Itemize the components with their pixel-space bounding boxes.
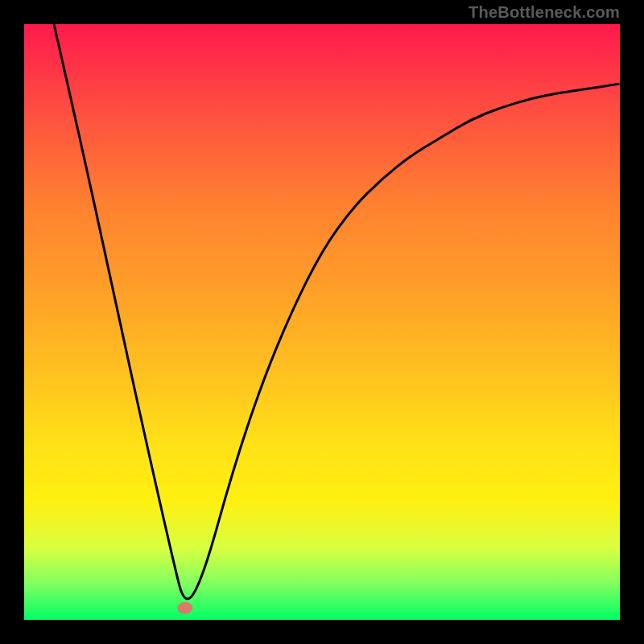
- bottleneck-curve: [54, 24, 620, 599]
- plot-area: [24, 24, 620, 620]
- watermark-label: TheBottleneck.com: [469, 3, 620, 22]
- bottleneck-marker: [178, 602, 192, 613]
- bottleneck-chart: TheBottleneck.com: [0, 0, 644, 644]
- curve-layer: [24, 24, 620, 620]
